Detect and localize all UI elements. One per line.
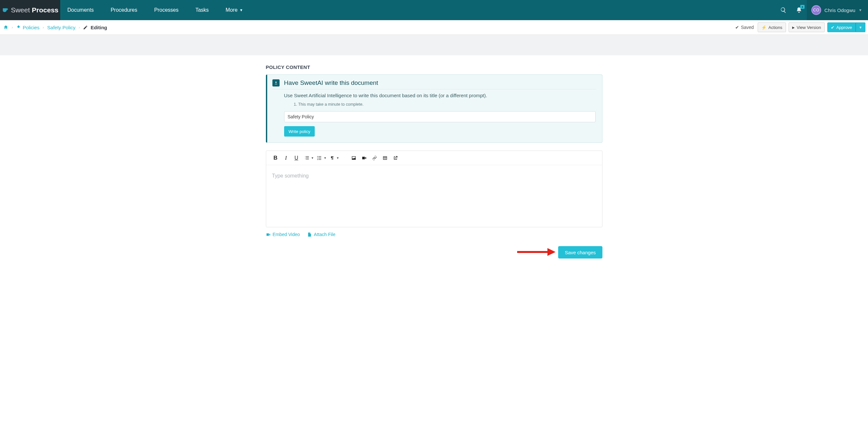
svg-marker-4 <box>548 248 556 256</box>
search-button[interactable] <box>776 0 791 20</box>
search-icon <box>780 7 787 13</box>
brand-logo: SweetProcess <box>2 6 58 14</box>
notifications-button[interactable]: 8 <box>791 0 807 20</box>
svg-point-1 <box>317 157 318 158</box>
chevron-down-icon: ▼ <box>859 26 862 29</box>
approve-split: ✔ Approve ▼ <box>827 23 865 32</box>
avatar-initials: CO <box>813 8 819 12</box>
editor-media-row: Embed Video Attach File <box>266 232 602 237</box>
nav-documents-label: Documents <box>67 7 94 13</box>
table-icon <box>382 156 388 161</box>
save-row: Save changes <box>266 246 602 259</box>
insert-video-button[interactable] <box>359 153 369 163</box>
pilcrow-icon <box>329 156 335 161</box>
saved-indicator: ✔ Saved <box>735 25 754 30</box>
breadcrumb-bar: › Policies › Safety Policy › Editing ✔ S… <box>0 20 868 35</box>
save-changes-label: Save changes <box>565 250 596 255</box>
nav-more[interactable]: More▼ <box>225 7 243 13</box>
external-link-icon <box>393 156 398 161</box>
insert-link-button[interactable] <box>370 153 379 163</box>
editor-placeholder: Type something <box>272 173 309 178</box>
nav-processes-label: Processes <box>154 7 179 13</box>
chevron-down-icon[interactable]: ▼ <box>323 157 327 160</box>
actions-button[interactable]: ⚡Actions <box>758 23 786 32</box>
main-column: POLICY CONTENT Have SweetAI write this d… <box>266 55 602 259</box>
write-policy-button[interactable]: Write policy <box>284 126 315 137</box>
insert-image-button[interactable] <box>349 153 359 163</box>
crumb-home[interactable] <box>3 25 8 30</box>
avatar: CO <box>811 5 821 15</box>
attach-file-label: Attach File <box>314 232 335 237</box>
pencil-icon <box>83 25 88 30</box>
ai-suggest-panel: Have SweetAI write this document Use Swe… <box>266 74 602 143</box>
nav-right: 8 CO Chris Odogwu ▼ <box>776 0 868 20</box>
nav-procedures-label: Procedures <box>111 7 137 13</box>
breadcrumb: › Policies › Safety Policy › Editing <box>3 25 107 30</box>
ai-panel-header: Have SweetAI write this document <box>272 79 596 90</box>
nav-more-label: More <box>225 7 237 13</box>
view-version-label: View Version <box>797 25 821 30</box>
brand-text-light: Sweet <box>11 6 30 14</box>
approve-label: Approve <box>836 25 852 30</box>
top-navbar: SweetProcess Documents Procedures Proces… <box>0 0 868 20</box>
brand[interactable]: SweetProcess <box>0 0 60 20</box>
nav-links: Documents Procedures Processes Tasks Mor… <box>60 0 243 20</box>
pin-icon <box>16 25 21 29</box>
play-icon: ▶ <box>792 26 795 29</box>
svg-point-0 <box>317 156 318 157</box>
ai-panel-note: 1. This may take a minute to complete. <box>294 102 596 107</box>
unordered-list-button[interactable] <box>314 153 324 163</box>
home-icon <box>3 25 8 30</box>
ai-prompt-input[interactable] <box>284 111 596 122</box>
nav-tasks-label: Tasks <box>195 7 209 13</box>
annotation-arrow <box>517 247 556 257</box>
chevron-down-icon[interactable]: ▼ <box>311 157 314 160</box>
user-menu[interactable]: CO Chris Odogwu ▼ <box>807 0 868 20</box>
list-ol-icon <box>304 156 310 161</box>
view-version-button[interactable]: ▶View Version <box>788 23 825 32</box>
insert-table-button[interactable] <box>380 153 390 163</box>
attach-file-link[interactable]: Attach File <box>307 232 335 237</box>
approve-button[interactable]: ✔ Approve <box>827 23 856 32</box>
embed-video-label: Embed Video <box>273 232 300 237</box>
brand-text-bold: Process <box>32 6 59 14</box>
editor-textarea[interactable]: Type something <box>266 165 602 227</box>
nav-tasks[interactable]: Tasks <box>195 7 209 13</box>
save-changes-button[interactable]: Save changes <box>558 246 602 259</box>
image-icon <box>351 156 356 161</box>
crumb-safety-policy[interactable]: Safety Policy <box>47 25 75 30</box>
svg-point-2 <box>317 159 318 160</box>
approve-more-button[interactable]: ▼ <box>856 23 865 32</box>
ordered-list-button[interactable] <box>302 153 312 163</box>
ai-panel-title: Have SweetAI write this document <box>284 79 378 87</box>
cup-icon <box>2 6 9 14</box>
italic-button[interactable]: I <box>281 153 291 163</box>
paragraph-format-button[interactable] <box>327 153 337 163</box>
nav-documents[interactable]: Documents <box>67 7 94 13</box>
crumb-policies[interactable]: Policies <box>16 25 40 30</box>
section-title: POLICY CONTENT <box>266 64 602 70</box>
action-buttons: ✔ Saved ⚡Actions ▶View Version ✔ Approve… <box>735 23 865 32</box>
nav-processes[interactable]: Processes <box>154 7 179 13</box>
crumb-sep: › <box>12 25 13 29</box>
list-ul-icon <box>317 156 322 161</box>
ai-upload-icon <box>272 79 280 87</box>
nav-procedures[interactable]: Procedures <box>111 7 137 13</box>
actions-label: Actions <box>768 25 782 30</box>
crumb-sep: › <box>43 25 44 29</box>
chevron-down-icon: ▼ <box>859 8 862 12</box>
crumb-editing-label: Editing <box>91 25 107 30</box>
open-external-button[interactable] <box>391 153 400 163</box>
underline-button[interactable]: U <box>291 153 301 163</box>
chevron-down-icon: ▼ <box>240 8 243 12</box>
crumb-safety-label: Safety Policy <box>47 25 75 30</box>
link-icon <box>372 156 377 161</box>
chevron-down-icon[interactable]: ▼ <box>336 157 339 160</box>
crumb-sep: › <box>79 25 80 29</box>
bold-button[interactable]: B <box>271 153 281 163</box>
saved-label: Saved <box>741 25 754 30</box>
video-icon <box>362 156 367 161</box>
header-spacer <box>0 35 868 55</box>
embed-video-link[interactable]: Embed Video <box>266 232 300 237</box>
video-icon <box>266 232 271 237</box>
